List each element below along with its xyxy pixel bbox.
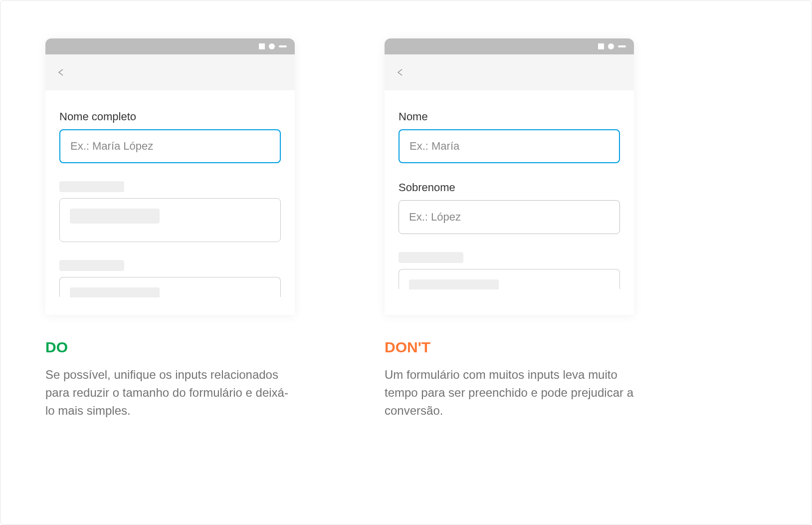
skeleton-inner [70, 209, 160, 224]
form-body: Nome completo Ex.: María López [45, 90, 295, 315]
status-square-icon [598, 43, 604, 49]
dont-phone-mockup: Nome Ex.: María Sobrenome Ex.: López [385, 38, 634, 315]
status-circle-icon [269, 43, 275, 49]
last-name-label: Sobrenome [399, 181, 620, 194]
do-phone-mockup: Nome completo Ex.: María López [45, 38, 295, 315]
first-name-label: Nome [399, 110, 620, 123]
nav-bar [45, 54, 295, 90]
examples-row: Nome completo Ex.: María López [0, 0, 812, 315]
dont-text: Um formulário com muitos inputs leva mui… [385, 366, 634, 420]
last-name-placeholder: Ex.: López [409, 211, 461, 224]
first-name-input[interactable]: Ex.: María [399, 129, 620, 163]
skeleton-field [59, 198, 281, 242]
status-bar [45, 38, 295, 54]
nav-bar [385, 54, 634, 90]
status-circle-icon [608, 43, 614, 49]
back-arrow-icon[interactable] [395, 66, 406, 78]
skeleton-field-cut [59, 277, 281, 297]
skeleton-inner [70, 287, 160, 297]
status-line-icon [618, 45, 626, 47]
dont-caption: DON'T Um formulário com muitos inputs le… [385, 339, 634, 420]
status-bar [385, 38, 634, 54]
status-line-icon [279, 45, 287, 47]
first-name-placeholder: Ex.: María [409, 140, 459, 153]
skeleton-inner [409, 279, 499, 289]
captions-row: DO Se possível, unifique os inputs relac… [0, 315, 812, 420]
skeleton-label [59, 260, 124, 271]
full-name-input[interactable]: Ex.: María López [59, 129, 281, 163]
skeleton-label [399, 252, 463, 263]
full-name-placeholder: Ex.: María López [70, 140, 153, 153]
skeleton-field-cut [399, 269, 620, 289]
last-name-input[interactable]: Ex.: López [399, 200, 620, 234]
back-arrow-icon[interactable] [55, 66, 67, 78]
do-heading: DO [45, 339, 295, 356]
status-square-icon [259, 43, 265, 49]
skeleton-label [59, 181, 124, 192]
do-text: Se possível, unifique os inputs relacion… [45, 366, 295, 420]
dont-heading: DON'T [385, 339, 634, 356]
do-caption: DO Se possível, unifique os inputs relac… [45, 339, 295, 420]
full-name-label: Nome completo [59, 110, 281, 123]
form-body: Nome Ex.: María Sobrenome Ex.: López [385, 90, 634, 315]
